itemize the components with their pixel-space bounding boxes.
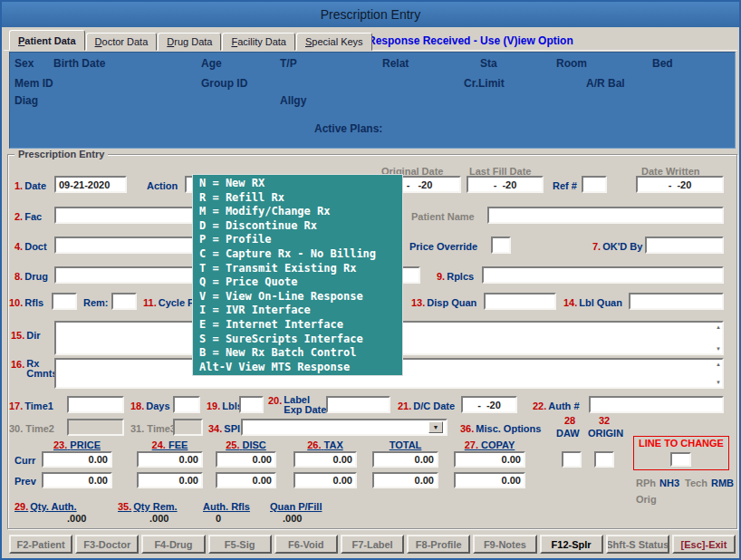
lbl-quan-field[interactable] — [629, 293, 724, 310]
scroll-up-icon[interactable]: ▲ — [716, 362, 721, 367]
status-message: Response Received - Use (V)iew Option — [368, 34, 573, 47]
curr-fee-field[interactable]: 0.00 — [137, 451, 203, 468]
esc-exit-button[interactable]: [Esc]-Exit — [672, 535, 736, 554]
orig-label: Orig — [636, 494, 657, 505]
action-menu-item[interactable]: M = Modify/Change Rx — [193, 205, 402, 219]
curr-tax-field[interactable]: 0.00 — [294, 451, 357, 468]
tab-facility-data[interactable]: Facility Data — [222, 33, 295, 51]
time1-field[interactable] — [67, 396, 124, 413]
f7-label-button[interactable]: F7-Label — [341, 535, 404, 554]
tax-header: 26. TAX — [294, 439, 357, 450]
birth-date-label: Birth Date — [53, 57, 105, 70]
allgy-label: Allgy — [280, 94, 306, 107]
rfls-field[interactable] — [52, 293, 77, 310]
rph-label: RPh — [636, 478, 656, 488]
lbl-quan-label: 14.Lbl Quan — [563, 297, 622, 308]
rem-field[interactable] — [111, 293, 137, 310]
active-plans-label: Active Plans: — [314, 122, 382, 135]
curr-disc-field[interactable]: 0.00 — [216, 451, 276, 468]
mem-id-label: Mem ID — [14, 77, 53, 90]
prev-total-field[interactable]: 0.00 — [372, 472, 438, 488]
action-menu-item[interactable]: B = New Rx Batch Control — [193, 346, 402, 361]
qty-auth-label: 29.Qty. Auth. — [14, 501, 77, 512]
f8-profile-button[interactable]: F8-Profile — [407, 535, 470, 554]
doct-label: 4.Doct — [14, 241, 47, 252]
curr-copay-field[interactable]: 0.00 — [454, 451, 525, 468]
tab-patient-data[interactable]: Patient Data — [9, 30, 85, 51]
action-menu-item[interactable]: P = Profile — [193, 233, 402, 247]
last-fill-date-field[interactable]: - -20 — [467, 176, 544, 193]
tab-special-keys[interactable]: Special Keys — [296, 33, 372, 51]
auth-num-field[interactable] — [589, 396, 724, 413]
date-field[interactable]: 09-21-2020 — [54, 176, 127, 193]
action-menu-item[interactable]: D = Discontinue Rx — [193, 219, 402, 234]
room-label: Room — [556, 57, 587, 70]
f4-drug-button[interactable]: F4-Drug — [141, 535, 205, 554]
curr-price-field[interactable]: 0.00 — [42, 451, 112, 468]
qty-rem-value: .000 — [149, 513, 168, 524]
f6-void-button[interactable]: F6-Void — [274, 535, 338, 554]
spi-field[interactable]: ▼ — [241, 419, 447, 436]
label-exp-date-label: 20.LabelExp Date — [268, 395, 326, 415]
lbls-field[interactable] — [239, 396, 264, 413]
origin-field[interactable] — [594, 451, 614, 468]
tech-label: Tech — [685, 478, 707, 488]
fac-label: 2.Fac — [14, 211, 42, 222]
action-menu-item[interactable]: C = Capture Rx - No Billing — [193, 247, 402, 262]
action-menu-item[interactable]: R = Refill Rx — [193, 191, 402, 206]
prev-price-field[interactable]: 0.00 — [42, 472, 112, 488]
f3-doctor-button[interactable]: F3-Doctor — [75, 535, 139, 554]
date-written-field[interactable]: - -20 — [636, 176, 724, 193]
days-field[interactable] — [173, 396, 200, 413]
action-label: Action — [147, 180, 178, 191]
dc-date-label: 21.D/C Date — [398, 401, 455, 411]
prev-tax-field[interactable]: 0.00 — [294, 472, 357, 488]
relat-label: Relat — [382, 57, 409, 70]
scroll-up-icon[interactable]: ▲ — [716, 324, 721, 330]
rph-value: NH3 — [659, 478, 679, 488]
spi-dropdown-button[interactable]: ▼ — [428, 421, 443, 433]
age-label: Age — [201, 57, 222, 70]
f12-splr-button[interactable]: F12-Splr — [540, 535, 603, 554]
curr-total-field[interactable]: 0.00 — [372, 451, 438, 468]
f9-notes-button[interactable]: F9-Notes — [473, 535, 536, 554]
action-menu: N = New RX R = Refill Rx M = Modify/Chan… — [192, 174, 403, 376]
qty-rem-label: 35.Qty Rem. — [118, 501, 178, 512]
dc-date-field[interactable]: - -20 — [461, 396, 517, 413]
scroll-down-icon[interactable]: ▼ — [716, 380, 721, 385]
action-menu-item[interactable]: S = SureScripts Interface — [193, 333, 402, 347]
rplcs-field[interactable] — [482, 266, 724, 284]
prev-disc-field[interactable]: 0.00 — [216, 472, 276, 488]
f5-sig-button[interactable]: F5-Sig — [208, 535, 272, 554]
tab-doctor-data[interactable]: Doctor Data — [86, 33, 158, 51]
prev-fee-field[interactable]: 0.00 — [137, 472, 203, 488]
daw-field[interactable] — [562, 451, 582, 468]
disp-quan-field[interactable] — [484, 293, 556, 310]
misc-options-label: 36.Misc. Options — [460, 423, 541, 434]
prev-copay-field[interactable]: 0.00 — [454, 472, 525, 488]
shft-s-status-button[interactable]: Shft-S Status — [606, 535, 669, 554]
quan-pfill-value: .000 — [283, 513, 302, 524]
action-menu-item[interactable]: Q = Price Quote — [193, 275, 402, 290]
patient-name-field[interactable] — [487, 207, 724, 224]
action-menu-item[interactable]: Alt-V View MTS Response — [193, 361, 402, 375]
bed-label: Bed — [652, 57, 673, 70]
label-exp-date-field[interactable] — [326, 396, 390, 413]
days-label: 18.Days — [130, 401, 170, 411]
quan-pfill-label: Quan P/Fill — [270, 501, 322, 512]
scroll-down-icon[interactable]: ▼ — [716, 346, 721, 352]
rx-cmnts-label: 16.RxCmnts — [11, 359, 58, 379]
action-menu-item[interactable]: V = View On-Line Response — [193, 290, 402, 304]
okd-by-field[interactable] — [645, 237, 724, 254]
action-menu-item[interactable]: E = Internet Interface — [193, 318, 402, 333]
price-override-label: Price Override — [409, 241, 477, 252]
tab-drug-data[interactable]: Drug Data — [158, 33, 221, 51]
action-menu-item[interactable]: I = IVR Interface — [193, 304, 402, 318]
action-menu-item[interactable]: N = New RX — [193, 177, 402, 191]
action-menu-item[interactable]: T = Transmit Existing Rx — [193, 262, 402, 276]
f2-patient-button[interactable]: F2-Patient — [9, 535, 72, 554]
line-to-change-field[interactable] — [670, 452, 691, 467]
ref-field[interactable] — [582, 176, 607, 193]
daw-number-label: 28 — [564, 415, 577, 426]
price-override-field[interactable] — [491, 237, 511, 254]
